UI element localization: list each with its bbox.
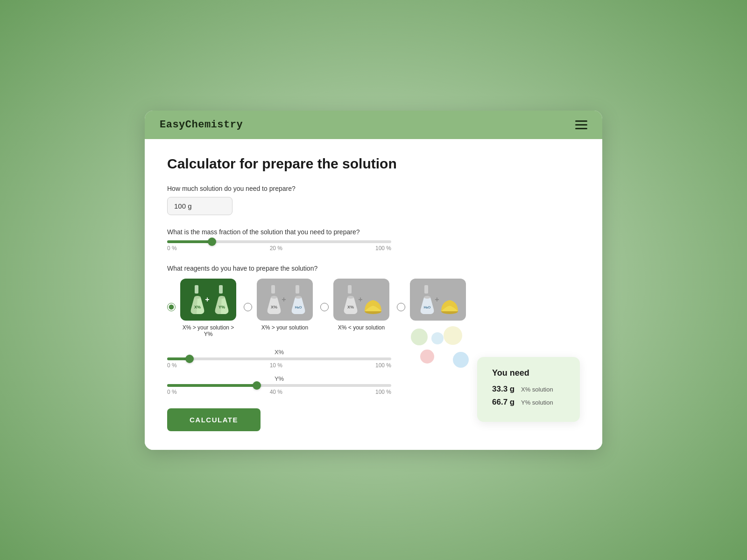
- svg-rect-19: [424, 285, 428, 294]
- svg-text:X%: X%: [271, 305, 277, 309]
- mass-fraction-slider-thumb[interactable]: [208, 238, 216, 246]
- reagent-image-2: X% + H₂O: [257, 279, 313, 321]
- page-title: Calculator for prepare the solution: [167, 156, 580, 172]
- mass-fraction-slider-fill: [167, 240, 212, 243]
- reagent-radio-3[interactable]: [320, 303, 329, 311]
- mass-fraction-slider-container: 0 % 20 % 100 %: [167, 240, 580, 252]
- x-slider-thumb[interactable]: [185, 355, 194, 363]
- svg-text:+: +: [282, 295, 286, 303]
- x-max-label: 100 %: [375, 362, 391, 369]
- x-slider-label: X%: [167, 349, 391, 356]
- svg-point-12: [295, 296, 302, 299]
- y-slider-label: Y%: [167, 375, 391, 382]
- svg-text:Y%: Y%: [218, 305, 225, 309]
- reagent-label-2: X% > your solution: [261, 324, 308, 331]
- svg-rect-7: [271, 285, 275, 294]
- svg-point-5: [218, 296, 225, 299]
- result-amount-1: 33.3 g: [492, 385, 516, 394]
- reagent-card-3[interactable]: X% +: [333, 279, 389, 331]
- x-slider-track[interactable]: [167, 357, 391, 360]
- svg-rect-11: [296, 285, 299, 294]
- reagents-options-row: X% + Y%: [167, 279, 580, 337]
- y-slider-thumb[interactable]: [253, 381, 261, 390]
- water-solid-svg: H₂O +: [412, 280, 464, 319]
- hamburger-line-2: [575, 124, 587, 126]
- mass-fraction-mid-label: 20 %: [270, 245, 282, 252]
- reagent-card-2[interactable]: X% + H₂O: [257, 279, 313, 331]
- app-logo: EasyChemistry: [160, 119, 243, 131]
- y-slider-labels: 0 % 40 % 100 %: [167, 389, 391, 395]
- hamburger-line-3: [575, 128, 587, 129]
- svg-point-20: [424, 296, 430, 299]
- result-row-2: 66.7 g Y% solution: [492, 398, 565, 407]
- svg-point-15: [347, 296, 354, 299]
- svg-text:+: +: [435, 295, 439, 303]
- reagent-image-3: X% +: [333, 279, 389, 321]
- solution-amount-label: How much solution do you need to prepare…: [167, 185, 580, 192]
- svg-point-1: [194, 296, 201, 299]
- reagent-label-3: X% < your solution: [338, 324, 385, 331]
- reagent-label-1: X% > your solution > Y%: [180, 324, 236, 337]
- mass-fraction-min-label: 0 %: [167, 245, 177, 252]
- reagent-radio-2[interactable]: [244, 303, 252, 311]
- svg-text:+: +: [358, 295, 362, 303]
- result-card: You need 33.3 g X% solution 66.7 g Y% so…: [477, 357, 580, 422]
- solution-amount-input[interactable]: [167, 197, 233, 215]
- result-desc-1: X% solution: [521, 386, 553, 393]
- y-min-label: 0 %: [167, 389, 177, 395]
- mass-fraction-max-label: 100 %: [375, 245, 391, 252]
- header: EasyChemistry: [145, 111, 602, 139]
- y-mid-label: 40 %: [270, 389, 282, 395]
- reagent-radio-4[interactable]: [397, 303, 405, 311]
- reagent-card-4[interactable]: H₂O +: [410, 279, 466, 324]
- flask-pair-svg: X% + Y%: [183, 280, 234, 319]
- reagent-card-1[interactable]: X% + Y%: [180, 279, 236, 337]
- x-min-label: 0 %: [167, 362, 177, 369]
- result-row-1: 33.3 g X% solution: [492, 385, 565, 394]
- y-max-label: 100 %: [375, 389, 391, 395]
- y-slider-track[interactable]: [167, 384, 391, 387]
- result-title: You need: [492, 368, 565, 378]
- svg-point-8: [271, 296, 277, 299]
- flask-solid-svg: X% +: [336, 280, 387, 319]
- svg-text:H₂O: H₂O: [424, 305, 431, 309]
- y-slider-fill: [167, 384, 257, 387]
- hamburger-menu-button[interactable]: [575, 120, 587, 129]
- svg-text:H₂O: H₂O: [295, 305, 302, 309]
- flask-water-svg: X% + H₂O: [259, 280, 310, 319]
- svg-rect-14: [348, 285, 352, 294]
- main-content: Calculator for prepare the solution How …: [145, 139, 602, 450]
- reagent-option-1: X% + Y%: [167, 279, 236, 337]
- reagent-image-4: H₂O +: [410, 279, 466, 321]
- mass-fraction-label: What is the mass fraction of the solutio…: [167, 228, 580, 236]
- reagent-option-4: H₂O +: [397, 279, 466, 324]
- svg-rect-0: [195, 285, 198, 294]
- result-amount-2: 66.7 g: [492, 398, 516, 407]
- x-slider-labels: 0 % 10 % 100 %: [167, 362, 391, 369]
- reagent-image-1: X% + Y%: [180, 279, 236, 321]
- reagent-option-3: X% +: [320, 279, 389, 331]
- svg-text:+: +: [205, 295, 209, 303]
- mass-fraction-slider-track[interactable]: [167, 240, 391, 243]
- reagents-section: What reagents do you have to prepare the…: [167, 265, 580, 337]
- svg-text:X%: X%: [194, 305, 201, 309]
- svg-text:X%: X%: [347, 305, 354, 309]
- calculate-button[interactable]: CALCULATE: [167, 408, 261, 431]
- hamburger-line-1: [575, 120, 587, 122]
- reagents-label: What reagents do you have to prepare the…: [167, 265, 580, 272]
- mass-fraction-section: What is the mass fraction of the solutio…: [167, 228, 580, 252]
- result-desc-2: Y% solution: [521, 399, 553, 406]
- svg-rect-4: [219, 285, 223, 294]
- x-mid-label: 10 %: [270, 362, 282, 369]
- reagent-radio-1[interactable]: [167, 303, 176, 311]
- app-window: EasyChemistry Calculator for prepare the…: [145, 111, 602, 450]
- mass-fraction-slider-labels: 0 % 20 % 100 %: [167, 245, 391, 252]
- reagent-option-2: X% + H₂O: [244, 279, 313, 331]
